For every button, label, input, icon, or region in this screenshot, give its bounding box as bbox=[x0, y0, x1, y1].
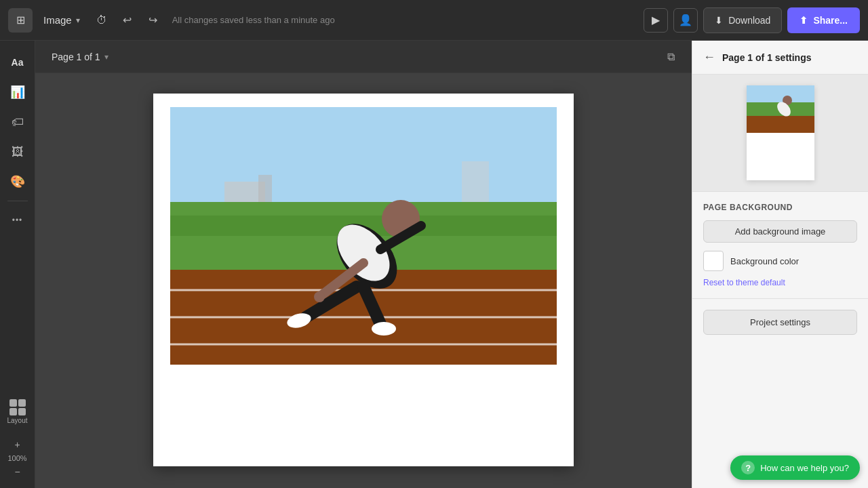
undo-button[interactable]: ↩ bbox=[117, 9, 138, 31]
reset-theme-link[interactable]: Reset to theme default bbox=[703, 278, 857, 287]
svg-rect-23 bbox=[747, 116, 814, 133]
present-icon: ▶ bbox=[652, 14, 660, 26]
brand-icon: 🎨 bbox=[10, 174, 25, 189]
text-icon: Aa bbox=[12, 57, 24, 68]
redo-button[interactable]: ↪ bbox=[142, 9, 164, 31]
collaborate-icon: 👤 bbox=[679, 14, 692, 26]
undo-icon: ↩ bbox=[123, 14, 132, 26]
zoom-out-icon: − bbox=[14, 466, 20, 477]
document-name-label: Image bbox=[43, 14, 72, 26]
save-status: All changes saved less than a minute ago bbox=[172, 15, 638, 25]
svg-point-20 bbox=[314, 291, 325, 302]
page-preview-thumbnail[interactable] bbox=[747, 85, 814, 180]
help-label: How can we help you? bbox=[760, 463, 849, 473]
page-canvas bbox=[153, 94, 574, 466]
share-icon: ⬆ bbox=[800, 15, 808, 26]
page-selector[interactable]: Page 1 of 1 ▾ bbox=[46, 49, 114, 65]
download-button[interactable]: ⬇ Download bbox=[703, 7, 782, 33]
sidebar-item-charts[interactable]: 📊 bbox=[4, 79, 31, 106]
canvas-scroll[interactable] bbox=[35, 73, 692, 488]
sidebar-item-text[interactable]: Aa bbox=[4, 49, 31, 76]
history-button[interactable]: ⏱ bbox=[91, 9, 113, 31]
main-content: Aa 📊 🏷 🖼 🎨 ••• Layout + bbox=[0, 41, 868, 488]
svg-point-19 bbox=[372, 322, 396, 336]
right-sidebar-title: Page 1 of 1 settings bbox=[722, 52, 811, 63]
back-icon: ← bbox=[703, 50, 715, 64]
help-button[interactable]: ? How can we help you? bbox=[730, 455, 860, 480]
top-bar-actions: ⏱ ↩ ↪ bbox=[91, 9, 164, 31]
canvas-toolbar: Page 1 of 1 ▾ ⧉ bbox=[35, 41, 692, 73]
right-sidebar-header: ← Page 1 of 1 settings bbox=[692, 41, 868, 75]
zoom-controls: + 100% − bbox=[7, 436, 28, 480]
document-name-button[interactable]: Image ▾ bbox=[38, 10, 85, 30]
page-selector-chevron: ▾ bbox=[104, 52, 108, 62]
duplicate-page-button[interactable]: ⧉ bbox=[660, 47, 681, 67]
bg-color-row: Background color bbox=[703, 251, 857, 271]
page-background-section: Page background Add background image Bac… bbox=[692, 192, 868, 299]
elements-icon: 🏷 bbox=[12, 115, 24, 129]
help-icon: ? bbox=[741, 461, 755, 474]
sidebar-item-more[interactable]: ••• bbox=[4, 207, 31, 234]
sidebar-divider bbox=[7, 201, 28, 201]
sidebar-item-elements[interactable]: 🏷 bbox=[4, 108, 31, 136]
more-icon: ••• bbox=[12, 216, 23, 225]
collaborate-button[interactable]: 👤 bbox=[673, 8, 698, 33]
page-preview-container bbox=[692, 75, 868, 192]
top-bar: ⊞ Image ▾ ⏱ ↩ ↪ All changes saved less t… bbox=[0, 0, 868, 41]
app-menu-button[interactable]: ⊞ bbox=[8, 8, 33, 33]
redo-icon: ↪ bbox=[149, 14, 157, 26]
layout-label: Layout bbox=[7, 417, 27, 424]
right-sidebar: ← Page 1 of 1 settings bbox=[692, 41, 868, 488]
zoom-in-icon: + bbox=[14, 439, 20, 450]
sidebar-bottom: Layout + 100% − bbox=[3, 395, 31, 480]
charts-icon: 📊 bbox=[10, 85, 25, 100]
layout-icon bbox=[9, 399, 26, 415]
layout-button[interactable]: Layout bbox=[3, 395, 31, 428]
download-label: Download bbox=[728, 15, 770, 26]
chevron-down-icon: ▾ bbox=[76, 16, 80, 25]
share-label: Share... bbox=[813, 15, 848, 26]
sidebar-item-photos[interactable]: 🖼 bbox=[4, 138, 31, 165]
present-button[interactable]: ▶ bbox=[644, 8, 668, 33]
background-color-label: Background color bbox=[730, 256, 799, 266]
background-color-swatch[interactable] bbox=[703, 251, 724, 271]
duplicate-icon: ⧉ bbox=[667, 51, 675, 63]
preview-white-area bbox=[747, 133, 814, 180]
history-icon: ⏱ bbox=[96, 14, 107, 26]
project-settings-button[interactable]: Project settings bbox=[703, 310, 857, 335]
zoom-value: 100% bbox=[7, 454, 26, 462]
sidebar-item-brand[interactable]: 🎨 bbox=[4, 168, 31, 195]
preview-image-area bbox=[747, 85, 814, 133]
zoom-in-button[interactable]: + bbox=[7, 436, 28, 453]
download-icon: ⬇ bbox=[715, 15, 723, 26]
left-sidebar: Aa 📊 🏷 🖼 🎨 ••• Layout + bbox=[0, 41, 35, 488]
add-background-image-button[interactable]: Add background image bbox=[703, 220, 857, 243]
project-settings-label: Project settings bbox=[750, 317, 810, 327]
canvas-area: Page 1 of 1 ▾ ⧉ bbox=[35, 41, 692, 488]
photos-icon: 🖼 bbox=[12, 145, 24, 159]
back-button[interactable]: ← bbox=[703, 50, 715, 64]
page-background-label: Page background bbox=[703, 203, 857, 212]
share-button[interactable]: ⬆ Share... bbox=[787, 7, 860, 33]
zoom-out-button[interactable]: − bbox=[7, 464, 28, 480]
top-bar-right: ▶ 👤 ⬇ Download ⬆ Share... bbox=[644, 7, 860, 33]
grid-icon: ⊞ bbox=[16, 14, 25, 26]
page-selector-label: Page 1 of 1 bbox=[52, 52, 100, 62]
canvas-image bbox=[170, 107, 557, 365]
add-bg-label: Add background image bbox=[735, 226, 826, 237]
